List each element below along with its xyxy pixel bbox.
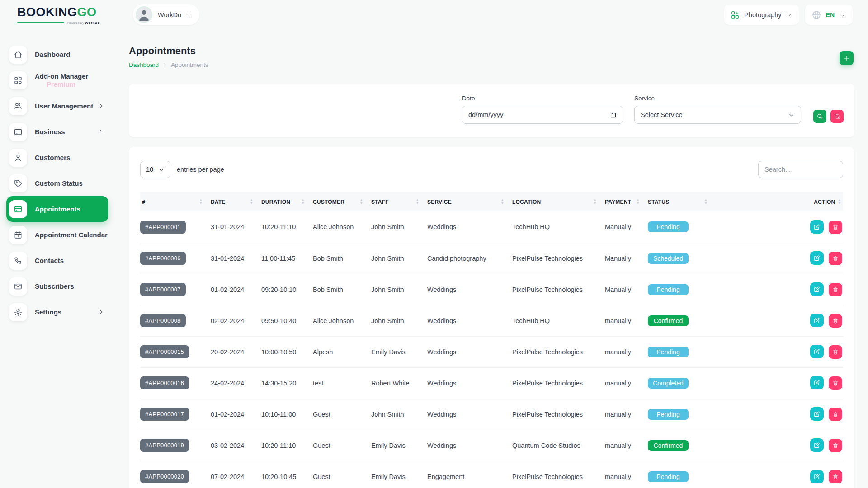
cell-staff: John Smith bbox=[371, 305, 427, 336]
delete-button[interactable] bbox=[829, 283, 842, 296]
sidebar-item-custom-status[interactable]: Custom Status bbox=[0, 170, 118, 196]
date-input[interactable]: dd/mm/yyyy bbox=[462, 106, 623, 124]
appointment-id-badge: #APP0000016 bbox=[140, 376, 189, 389]
cell-duration: 14:30-15:20 bbox=[261, 367, 313, 399]
clear-filter-button[interactable] bbox=[830, 110, 844, 123]
column-header-staff[interactable]: STAFF▲▼ bbox=[371, 192, 427, 211]
column-header-id[interactable]: #▲▼ bbox=[140, 192, 211, 211]
chevron-right-icon bbox=[98, 309, 104, 315]
module-switcher[interactable]: Photography bbox=[724, 5, 798, 25]
appointment-id-badge: #APP000001 bbox=[140, 221, 186, 234]
cell-date: 20-02-2024 bbox=[211, 336, 261, 367]
cell-date: 07-02-2024 bbox=[211, 461, 261, 488]
cell-service: Weddings bbox=[427, 305, 512, 336]
cell-action bbox=[716, 211, 843, 243]
table-search-input[interactable] bbox=[758, 161, 843, 178]
delete-button[interactable] bbox=[829, 345, 842, 359]
cell-date: 01-02-2024 bbox=[211, 399, 261, 430]
edit-button[interactable] bbox=[810, 470, 824, 483]
appointment-id-badge: #APP0000019 bbox=[140, 439, 189, 452]
sidebar-item-label: Subscribers bbox=[35, 282, 74, 290]
table-row: #APP000007 01-02-2024 09:20-10:10 Bob Sm… bbox=[140, 274, 843, 305]
edit-button[interactable] bbox=[810, 251, 824, 265]
cell-status: Pending bbox=[648, 274, 716, 305]
sidebar-item-addon-manager[interactable]: Add-on Manager Premium bbox=[0, 67, 118, 93]
sidebar-item-subscribers[interactable]: Subscribers bbox=[0, 273, 118, 299]
column-header-action[interactable]: ACTION▲▼ bbox=[716, 192, 843, 211]
appointment-id-badge: #APP000008 bbox=[140, 314, 186, 327]
sidebar-item-settings[interactable]: Settings bbox=[0, 299, 118, 325]
table-row: #APP0000015 20-02-2024 10:00-10:50 Alpes… bbox=[140, 336, 843, 367]
delete-button[interactable] bbox=[829, 314, 842, 328]
column-header-payment[interactable]: PAYMENT▲▼ bbox=[605, 192, 648, 211]
delete-button[interactable] bbox=[829, 376, 842, 390]
cell-payment: manually bbox=[605, 461, 648, 488]
sidebar-item-business[interactable]: Business bbox=[0, 119, 118, 145]
edit-button[interactable] bbox=[810, 407, 824, 421]
sidebar-item-appointments[interactable]: Appointments bbox=[6, 196, 108, 222]
delete-button[interactable] bbox=[829, 221, 842, 234]
apply-filter-button[interactable] bbox=[813, 110, 826, 123]
status-badge: Pending bbox=[648, 221, 689, 232]
edit-button[interactable] bbox=[810, 376, 824, 389]
status-badge: Scheduled bbox=[648, 253, 689, 264]
cell-date: 01-02-2024 bbox=[211, 274, 261, 305]
delete-button[interactable] bbox=[829, 439, 842, 452]
service-select[interactable]: Select Service bbox=[634, 106, 801, 124]
column-header-status[interactable]: STATUS▲▼ bbox=[648, 192, 716, 211]
cell-status: Scheduled bbox=[648, 243, 716, 274]
cell-id: #APP000007 bbox=[140, 274, 211, 305]
cell-customer: test bbox=[313, 367, 371, 399]
delete-button[interactable] bbox=[829, 252, 842, 265]
cell-staff: Emily Davis bbox=[371, 461, 427, 488]
cell-id: #APP000008 bbox=[140, 305, 211, 336]
appointment-id-badge: #APP000006 bbox=[140, 252, 186, 265]
entries-per-page-value: 10 bbox=[146, 166, 153, 173]
column-header-duration[interactable]: DURATION▲▼ bbox=[261, 192, 313, 211]
edit-button[interactable] bbox=[810, 220, 824, 234]
edit-button[interactable] bbox=[810, 314, 824, 327]
cell-customer: Alice Johnson bbox=[313, 211, 371, 243]
delete-button[interactable] bbox=[829, 470, 842, 483]
edit-icon bbox=[813, 255, 820, 262]
cell-status: Confirmed bbox=[648, 430, 716, 461]
service-select-value: Select Service bbox=[641, 111, 788, 118]
edit-button[interactable] bbox=[810, 438, 824, 452]
cell-customer: Guest bbox=[313, 461, 371, 488]
sidebar-item-user-management[interactable]: User Management bbox=[0, 93, 118, 119]
date-input-value: dd/mm/yyyy bbox=[468, 111, 610, 118]
sidebar-item-customers[interactable]: Customers bbox=[0, 145, 118, 170]
delete-button[interactable] bbox=[829, 408, 842, 421]
add-appointment-button[interactable] bbox=[840, 51, 854, 65]
appointment-id-badge: #APP0000020 bbox=[140, 470, 189, 483]
cell-id: #APP0000016 bbox=[140, 367, 211, 399]
service-filter-label: Service bbox=[634, 95, 801, 102]
cell-status: Confirmed bbox=[648, 305, 716, 336]
column-header-date[interactable]: DATE▲▼ bbox=[211, 192, 261, 211]
appointment-id-badge: #APP000007 bbox=[140, 283, 186, 296]
edit-button[interactable] bbox=[810, 282, 824, 296]
workspace-switcher[interactable]: WorkDo bbox=[133, 4, 199, 25]
edit-icon bbox=[813, 348, 820, 355]
edit-button[interactable] bbox=[810, 345, 824, 358]
entries-per-page-select[interactable]: 10 bbox=[140, 161, 170, 178]
premium-tag: Premium bbox=[35, 80, 88, 88]
table-row: #APP0000016 24-02-2024 14:30-15:20 test … bbox=[140, 367, 843, 399]
entries-per-page-label: entries per page bbox=[177, 166, 224, 173]
column-header-location[interactable]: LOCATION▲▼ bbox=[512, 192, 605, 211]
column-header-customer[interactable]: CUSTOMER▲▼ bbox=[313, 192, 371, 211]
sidebar-item-dashboard[interactable]: Dashboard bbox=[0, 42, 118, 67]
sidebar-item-label: Customers bbox=[35, 154, 70, 161]
cell-location: PixelPulse Technologies bbox=[512, 243, 605, 274]
cell-action bbox=[716, 305, 843, 336]
table-row: #APP0000020 07-02-2024 10:20-10:45 Guest… bbox=[140, 461, 843, 488]
table-row: #APP000006 31-01-2024 11:00-11:45 Bob Sm… bbox=[140, 243, 843, 274]
language-switcher[interactable]: EN bbox=[805, 5, 853, 25]
phone-icon bbox=[9, 252, 27, 270]
sidebar-item-appointment-calendar[interactable]: Appointment Calendar bbox=[0, 222, 118, 248]
globe-icon bbox=[811, 10, 821, 20]
breadcrumb-dashboard-link[interactable]: Dashboard bbox=[129, 61, 159, 68]
sort-icon: ▲▼ bbox=[636, 199, 640, 204]
column-header-service[interactable]: SERVICE▲▼ bbox=[427, 192, 512, 211]
sidebar-item-contacts[interactable]: Contacts bbox=[0, 248, 118, 273]
